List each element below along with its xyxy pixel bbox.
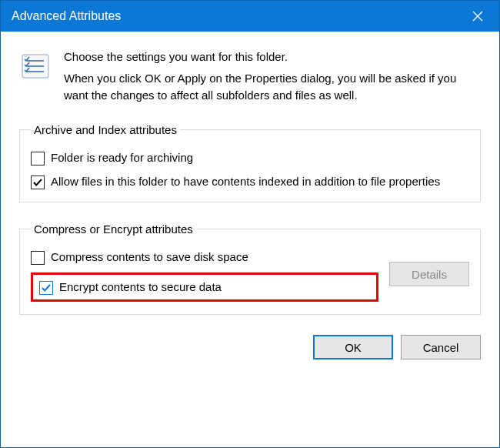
details-button: Details	[389, 262, 469, 286]
advanced-attributes-dialog: Advanced Attributes Choose the	[0, 0, 500, 448]
cancel-button[interactable]: Cancel	[401, 335, 481, 359]
compress-encrypt-group: Compress or Encrypt attributes Compress …	[19, 222, 481, 316]
compress-checkbox[interactable]	[31, 251, 45, 265]
compress-checkbox-row: Compress contents to save disk space	[31, 249, 378, 265]
folder-settings-icon	[19, 50, 52, 82]
dialog-title: Advanced Attributes	[12, 9, 456, 23]
archive-index-legend: Archive and Index attributes	[31, 123, 180, 136]
encrypt-checkbox-label[interactable]: Encrypt contents to secure data	[59, 279, 370, 295]
check-icon	[41, 283, 52, 293]
archive-checkbox[interactable]	[31, 152, 45, 165]
intro-body: When you click OK or Apply on the Proper…	[64, 70, 481, 104]
archive-checkbox-label[interactable]: Folder is ready for archiving	[51, 150, 469, 165]
close-icon	[472, 11, 483, 22]
ok-button[interactable]: OK	[313, 335, 393, 359]
dialog-content: Choose the settings you want for this fo…	[1, 32, 499, 315]
check-icon	[32, 177, 43, 188]
index-checkbox-row: Allow files in this folder to have conte…	[31, 174, 469, 189]
close-button[interactable]	[456, 1, 499, 32]
titlebar: Advanced Attributes	[1, 1, 499, 32]
encrypt-highlight: Encrypt contents to secure data	[31, 272, 378, 302]
intro-row: Choose the settings you want for this fo…	[19, 48, 481, 103]
archive-index-group: Archive and Index attributes Folder is r…	[19, 123, 481, 202]
index-checkbox[interactable]	[31, 176, 45, 189]
intro-text: Choose the settings you want for this fo…	[64, 48, 481, 103]
dialog-button-row: OK Cancel	[1, 335, 499, 376]
archive-checkbox-row: Folder is ready for archiving	[31, 150, 469, 165]
compress-encrypt-legend: Compress or Encrypt attributes	[31, 222, 196, 236]
encrypt-checkbox[interactable]	[39, 281, 53, 295]
intro-heading: Choose the settings you want for this fo…	[64, 48, 481, 65]
compress-checkbox-label[interactable]: Compress contents to save disk space	[51, 249, 378, 265]
index-checkbox-label[interactable]: Allow files in this folder to have conte…	[51, 174, 469, 189]
